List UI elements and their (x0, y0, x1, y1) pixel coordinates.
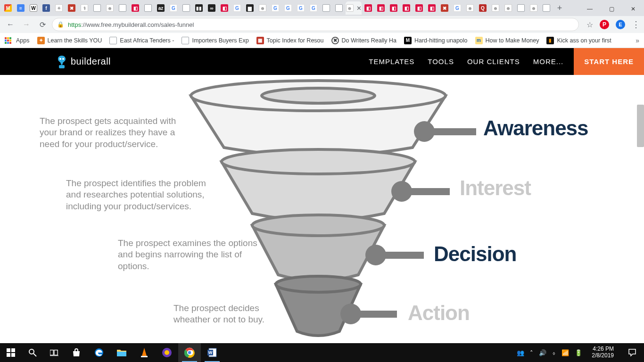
tab[interactable]: ▮▮ (193, 1, 205, 15)
tab[interactable]: ✖ (438, 1, 451, 15)
stage-connector (360, 311, 397, 318)
bookmark-item[interactable]: Importers Buyers Exp (182, 37, 248, 44)
bookmark-item[interactable]: ✖Do Writers Really Ha (331, 37, 396, 44)
taskbar-app-file-explorer[interactable] (110, 343, 133, 362)
profile-avatar[interactable]: E (616, 20, 625, 29)
tab[interactable]: ☻ (528, 1, 540, 15)
tab[interactable]: G (167, 1, 180, 15)
tab[interactable]: G (282, 1, 294, 15)
taskbar-app-edge[interactable] (88, 343, 110, 362)
nav-our-clients[interactable]: OUR CLIENTS (461, 48, 527, 75)
tab[interactable]: Q (477, 1, 489, 15)
tab[interactable]: ☻ (489, 1, 502, 15)
tab[interactable]: ⚕ (78, 1, 91, 15)
nav-start-here[interactable]: START HERE (574, 48, 644, 75)
window-minimize[interactable]: — (579, 2, 601, 16)
system-clock[interactable]: 4:26 PM 2/8/2019 (588, 346, 618, 359)
volume-icon[interactable]: 🔊 (539, 349, 546, 356)
window-close[interactable]: ✕ (622, 2, 644, 16)
brand-logo[interactable]: builderall (57, 55, 111, 69)
tab[interactable]: ✦ (53, 1, 65, 15)
nav-more[interactable]: MORE... (527, 48, 570, 75)
people-icon[interactable]: 👥 (517, 349, 524, 356)
bookmark-star-icon[interactable]: ☆ (586, 20, 593, 29)
taskbar-app-store[interactable] (65, 343, 88, 362)
stage-title-awareness: Awareness (483, 116, 588, 140)
stage-connector (411, 188, 450, 195)
svg-rect-14 (50, 350, 53, 355)
tab[interactable]: az (155, 1, 167, 15)
bookmark-item[interactable]: ▮Kick ass on your first (546, 37, 611, 44)
tab-active[interactable]: ☻✕ (346, 1, 362, 15)
start-button[interactable] (0, 343, 22, 362)
bookmark-item[interactable]: MHard-hitting unapolo (404, 37, 468, 44)
tab[interactable]: G (295, 1, 307, 15)
bookmark-item[interactable]: East Africa Tenders - (109, 37, 174, 44)
tab-close-icon[interactable]: ✕ (356, 5, 362, 12)
tab[interactable]: ☻ (104, 1, 116, 15)
bookmarks-overflow-icon[interactable]: » (636, 37, 639, 44)
tab[interactable]: ✖ (66, 1, 78, 15)
tab[interactable] (91, 1, 103, 15)
tab[interactable]: G (269, 1, 281, 15)
tab[interactable] (540, 1, 553, 15)
vertical-scrollbar-thumb[interactable] (637, 105, 644, 147)
action-center-icon[interactable] (623, 343, 641, 362)
bookmark-item[interactable]: mHow to Make Money (475, 37, 539, 44)
taskbar-app-chrome[interactable] (178, 343, 201, 362)
back-button[interactable]: ← (4, 18, 17, 31)
bookmark-item[interactable]: ▦Topic Index for Resou (256, 37, 324, 44)
tab[interactable]: ◧ (129, 1, 141, 15)
reload-button[interactable]: ⟳ (36, 18, 49, 31)
tab[interactable]: ◧ (426, 1, 438, 15)
window-maximize[interactable]: ▢ (601, 2, 622, 16)
forward-button[interactable]: → (20, 18, 33, 31)
tab[interactable]: G (451, 1, 463, 15)
tab[interactable] (320, 1, 332, 15)
tab[interactable] (515, 1, 527, 15)
pinterest-extension-icon[interactable]: P (600, 20, 609, 29)
tab[interactable]: ◧ (413, 1, 425, 15)
tab[interactable]: ◧ (218, 1, 231, 15)
omnibox[interactable]: 🔒 https://www.free.mybuilderall.com/sale… (52, 18, 579, 31)
chrome-menu-icon[interactable]: ⋮ (632, 19, 640, 30)
bookmark-item[interactable]: ✦Learn the Skills YOU (37, 37, 102, 44)
taskbar-app-word[interactable]: W (201, 343, 223, 362)
tab[interactable]: f (40, 1, 52, 15)
tab[interactable]: ◧ (388, 1, 400, 15)
stage-dot-decision (365, 245, 386, 265)
svg-rect-8 (7, 348, 10, 352)
tab[interactable]: ≡ (15, 1, 27, 15)
tab[interactable] (116, 1, 129, 15)
tab[interactable]: W (27, 1, 40, 15)
nav-tools[interactable]: TOOLS (421, 48, 461, 75)
tab[interactable]: ☻ (502, 1, 514, 15)
dropbox-icon[interactable]: ⬨ (552, 349, 556, 356)
tab[interactable] (333, 1, 345, 15)
tab[interactable]: ∞ (206, 1, 218, 15)
tab[interactable]: ☻ (464, 1, 476, 15)
tab[interactable]: ◧ (375, 1, 387, 15)
tab[interactable]: ▆ (244, 1, 256, 15)
tab[interactable]: ◧ (362, 1, 374, 15)
svg-rect-15 (54, 350, 58, 355)
search-button[interactable] (22, 343, 43, 362)
new-tab-button[interactable]: + (553, 3, 566, 13)
tab[interactable]: ◧ (400, 1, 413, 15)
tab[interactable]: G (231, 1, 243, 15)
tab[interactable] (142, 1, 154, 15)
svg-text:W: W (208, 350, 213, 355)
tab[interactable]: ☻ (256, 1, 269, 15)
taskbar-app-generic[interactable] (156, 343, 178, 362)
battery-icon[interactable]: 🔋 (575, 349, 582, 356)
clock-date: 2/8/2019 (592, 353, 614, 359)
network-icon[interactable]: 📶 (561, 349, 569, 356)
apps-shortcut[interactable]: Apps (5, 37, 30, 44)
task-view-button[interactable] (43, 343, 65, 362)
tab[interactable]: G (307, 1, 320, 15)
taskbar-app-vlc[interactable] (133, 343, 156, 362)
tray-overflow-icon[interactable]: ˄ (530, 349, 533, 356)
nav-templates[interactable]: TEMPLATES (362, 48, 421, 75)
tab[interactable]: M (2, 1, 14, 15)
tab[interactable] (180, 1, 192, 15)
